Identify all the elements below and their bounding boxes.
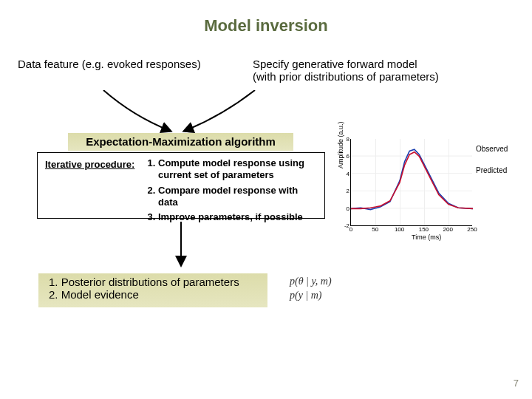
procedure-step: Compute model response using current set… [158, 157, 317, 182]
inputs-row: Data feature (e.g. evoked responses) Spe… [0, 58, 532, 83]
chart-ylabel: Amplitude (a.u.) [337, 121, 344, 168]
output-item: Model evidence [49, 288, 260, 301]
legend-observed: Observed [476, 145, 508, 153]
output-item: Posterior distributions of parameters [49, 276, 260, 288]
xtick: 200 [443, 225, 453, 233]
xtick: 150 [419, 225, 429, 233]
chart-xlabel: Time (ms) [412, 233, 441, 241]
xtick: 250 [467, 225, 477, 233]
page-number: 7 [514, 378, 519, 389]
chart-legend: Observed Predicted [476, 145, 508, 188]
fit-chart: Amplitude (a.u.) 8 6 4 2 0 -2 0 50 100 1… [341, 139, 526, 250]
forward-model-line2: (with prior distributions of parameters) [253, 70, 519, 83]
procedure-steps: Compute model response using current set… [145, 153, 324, 218]
xtick: 50 [372, 225, 378, 233]
forward-model-line1: Specify generative forward model [253, 58, 519, 70]
slide-title: Model inversion [0, 16, 532, 35]
outputs-banner: Posterior distributions of parameters Mo… [38, 273, 267, 307]
chart-axes: 8 6 4 2 0 -2 0 50 100 150 200 250 [350, 139, 472, 226]
down-arrow-icon [170, 222, 192, 270]
xtick: 0 [349, 225, 352, 233]
formulas: p(θ | y, m) p(y | m) [290, 275, 332, 303]
converging-arrows-icon [89, 90, 266, 134]
formula-posterior: p(θ | y, m) [290, 275, 332, 289]
procedure-step: Compare model response with data [158, 185, 317, 209]
legend-predicted: Predicted [476, 166, 508, 174]
forward-model-label: Specify generative forward model (with p… [253, 58, 519, 83]
xtick: 100 [395, 225, 404, 233]
chart-plot-area [351, 139, 473, 226]
procedure-heading: Iterative procedure: [38, 153, 145, 218]
formula-evidence: p(y | m) [290, 289, 332, 303]
data-feature-label: Data feature (e.g. evoked responses) [18, 58, 239, 83]
em-algorithm-banner: Expectation-Maximization algorithm [68, 133, 293, 151]
iterative-procedure-box: Iterative procedure: Compute model respo… [37, 152, 325, 219]
